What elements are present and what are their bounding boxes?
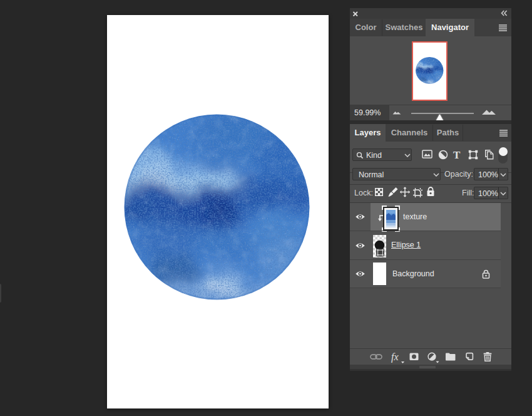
svg-text:fx: fx	[391, 351, 399, 363]
svg-text:T: T	[453, 149, 461, 161]
